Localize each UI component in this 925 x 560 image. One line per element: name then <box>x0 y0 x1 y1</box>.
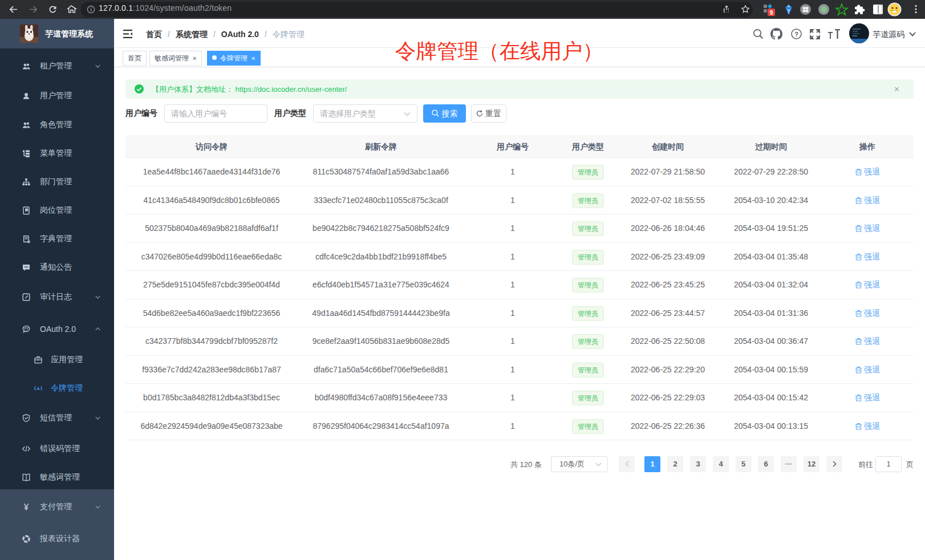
svg-text:?: ? <box>794 31 798 38</box>
svg-text:9: 9 <box>770 10 773 16</box>
svg-text:A: A <box>36 387 39 391</box>
